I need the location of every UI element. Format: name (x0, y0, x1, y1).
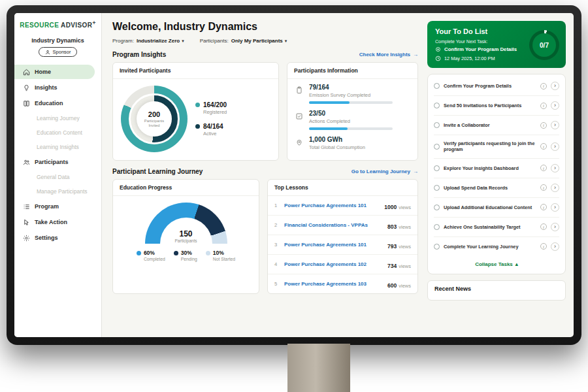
checkbox-icon[interactable] (434, 224, 440, 230)
task-complete-learning-journey[interactable]: Complete Your Learning Journey i › (434, 237, 559, 256)
sidebar-item-learning-journey[interactable]: Learning Journey (14, 112, 101, 125)
sponsor-badge[interactable]: Sponsor (39, 47, 78, 57)
chevron-right-icon[interactable]: › (551, 184, 559, 192)
checkbox-icon[interactable] (434, 165, 440, 171)
chevron-right-icon[interactable]: › (551, 223, 559, 231)
chevron-down-icon: ▾ (182, 39, 184, 44)
lesson-row[interactable]: 4 Power Purchase Agreements 102 734views (268, 255, 417, 274)
check-more-insights-link[interactable]: Check More Insights → (359, 52, 418, 57)
checkbox-icon[interactable] (434, 185, 440, 191)
sidebar-item-program[interactable]: Program (14, 199, 101, 214)
lesson-row[interactable]: 3 Power Purchase Agreements 101 793views (268, 235, 417, 255)
lesson-row[interactable]: 5 Power Purchase Agreements 103 600views (268, 274, 417, 293)
lesson-link[interactable]: Power Purchase Agreements 102 (284, 261, 382, 267)
task-send-invitations[interactable]: Send 50 Invitations to Participants i › (434, 96, 559, 116)
sidebar-item-label: Education (35, 100, 63, 106)
sidebar-nav: Home Insights Education Learning Journey… (14, 65, 101, 245)
sidebar-item-label: Settings (35, 235, 58, 241)
clock-icon (435, 56, 441, 61)
sidebar-item-education-content[interactable]: Education Content (14, 126, 101, 139)
info-icon[interactable]: i (540, 103, 547, 109)
app-logo: RESOURCE ADVISOR+ (14, 20, 101, 29)
checkbox-icon[interactable] (434, 144, 440, 150)
sidebar-item-label: Education Content (37, 129, 82, 136)
program-label: Program: (112, 38, 134, 44)
card-title: Top Lessons (268, 180, 417, 196)
participants-label: Participants: (200, 38, 229, 44)
sidebar-item-label: Home (35, 69, 51, 75)
go-to-learning-journey-link[interactable]: Go to Learning Journey → (351, 169, 418, 174)
sidebar-item-insights[interactable]: Insights (14, 80, 101, 95)
sidebar-item-learning-insights[interactable]: Learning Insights (14, 140, 101, 154)
clipboard-icon (295, 85, 303, 93)
info-icon[interactable]: i (540, 83, 547, 90)
insights-cards-row: Invited Participants 200 Participants In… (112, 62, 418, 161)
lesson-link[interactable]: Power Purchase Agreements 103 (284, 281, 382, 287)
sidebar-item-participants[interactable]: Participants (14, 155, 101, 169)
lesson-link[interactable]: Financial Considerations - VPPAs (284, 222, 382, 228)
info-icon[interactable]: i (540, 184, 547, 191)
chevron-right-icon[interactable]: › (551, 142, 559, 151)
legend-dot (195, 103, 200, 107)
lesson-link[interactable]: Power Purchase Agreements 101 (284, 203, 379, 208)
card-title: Education Progress (113, 180, 259, 196)
logo-plus: + (92, 20, 95, 26)
donut-center-value: 200 (148, 110, 160, 118)
sidebar-item-take-action[interactable]: Take Action (14, 215, 101, 229)
logo-advisor: ADVISOR+ (61, 22, 96, 29)
participants-information-card: Participants Information 79/164 Emission… (287, 62, 418, 161)
list-icon (23, 203, 30, 210)
task-upload-spend-data[interactable]: Upload Spend Data Records i › (434, 178, 559, 198)
sidebar-item-general-data[interactable]: General Data (14, 171, 101, 184)
program-insights-header: Program Insights Check More Insights → (112, 51, 418, 58)
checkbox-icon[interactable] (434, 103, 440, 108)
chevron-right-icon[interactable]: › (551, 82, 559, 90)
info-icon[interactable]: i (540, 204, 547, 210)
checkbox-icon[interactable] (434, 204, 440, 210)
task-explore-insights[interactable]: Explore Your Insights Dashboard i › (434, 159, 559, 178)
checkbox-icon[interactable] (434, 122, 440, 128)
collapse-tasks-link[interactable]: Collapse Tasks ▴ (434, 256, 559, 272)
main-content: Welcome, Industry Dynamics Program: Indu… (102, 13, 427, 337)
sidebar-item-education[interactable]: Education (14, 96, 101, 110)
checkbox-icon[interactable] (434, 83, 440, 89)
lesson-row[interactable]: 2 Financial Considerations - VPPAs 803vi… (268, 216, 417, 235)
chevron-right-icon[interactable]: › (551, 242, 559, 251)
sidebar-item-home[interactable]: Home (14, 65, 95, 79)
chevron-right-icon[interactable]: › (551, 164, 559, 172)
chevron-right-icon[interactable]: › (551, 203, 559, 212)
lesson-row[interactable]: 1 Power Purchase Agreements 101 1000view… (268, 196, 417, 216)
task-invite-collaborator[interactable]: Invite a Collaborator i › (434, 116, 559, 135)
info-icon[interactable]: i (540, 243, 547, 250)
participants-dropdown[interactable]: Participants: Only My Participants ▾ (200, 38, 287, 44)
arrow-right-icon: → (413, 169, 418, 174)
todo-progress-ring: 0/7 (529, 30, 559, 60)
page-title: Welcome, Industry Dynamics (112, 21, 418, 33)
sidebar-item-manage-participants[interactable]: Manage Participants (14, 185, 101, 198)
lesson-link[interactable]: Power Purchase Agreements 101 (284, 242, 382, 248)
sidebar-item-settings[interactable]: Settings (14, 231, 101, 245)
location-pin-icon (295, 137, 303, 145)
gauge-legend: 60% Completed 30% Pending 10% (137, 250, 235, 261)
book-icon (23, 100, 30, 107)
task-verify-participants[interactable]: Verify participants requesting to join t… (434, 135, 559, 159)
stat-emission-survey: 79/164 Emission Survey Completed (287, 79, 417, 105)
sidebar-item-label: General Data (37, 174, 70, 180)
logo-resource: RESOURCE (20, 22, 59, 29)
program-dropdown[interactable]: Program: Industrialize Zero ▾ (112, 38, 184, 44)
task-confirm-program[interactable]: Confirm Your Program Details i › (434, 76, 559, 96)
info-icon[interactable]: i (540, 122, 547, 129)
task-upload-educational-content[interactable]: Upload Additional Educational Content i … (434, 198, 559, 218)
legend-dot (195, 124, 200, 129)
info-icon[interactable]: i (540, 223, 547, 230)
chevron-down-icon: ▾ (285, 39, 287, 44)
gear-icon (23, 235, 30, 242)
home-icon (23, 69, 30, 76)
info-icon[interactable]: i (540, 165, 547, 171)
checkbox-icon[interactable] (434, 244, 440, 250)
task-achieve-target[interactable]: Achieve One Sustainability Target i › (434, 218, 559, 237)
chevron-right-icon[interactable]: › (551, 101, 559, 110)
person-icon (45, 50, 50, 55)
chevron-right-icon[interactable]: › (551, 121, 559, 129)
info-icon[interactable]: i (540, 143, 547, 150)
